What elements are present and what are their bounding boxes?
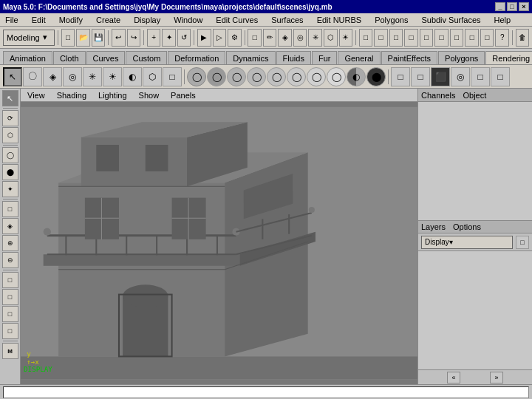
save-btn[interactable]: 💾 xyxy=(92,29,106,47)
viewport-menu-show[interactable]: Show xyxy=(137,90,162,100)
tool-extra-4[interactable]: □ xyxy=(2,323,18,339)
wireframe-sphere-icon[interactable]: ◯ xyxy=(187,67,206,86)
menu-help[interactable]: Help xyxy=(492,15,514,25)
shade-tex3-icon[interactable]: ◯ xyxy=(307,67,326,86)
menu-subdiv-surfaces[interactable]: Subdiv Surfaces xyxy=(419,15,482,25)
frame-icon[interactable]: □ xyxy=(391,67,410,86)
tab-general[interactable]: General xyxy=(338,51,380,64)
extrude-btn[interactable]: □ xyxy=(2,201,18,217)
menu-surfaces[interactable]: Surfaces xyxy=(269,15,305,25)
menu-edit[interactable]: Edit xyxy=(30,15,48,25)
shade-tex-icon[interactable]: ◯ xyxy=(267,67,286,86)
menu-window[interactable]: Window xyxy=(171,15,205,25)
object-tab[interactable]: Object xyxy=(463,91,486,100)
maximize-button[interactable]: □ xyxy=(507,2,517,11)
tool-btn-11[interactable]: □ xyxy=(434,29,449,47)
tab-rendering[interactable]: Rendering xyxy=(485,51,532,64)
tool-btn-9[interactable]: □ xyxy=(404,29,418,47)
shade-tex4-icon[interactable]: ◯ xyxy=(327,67,346,86)
film-icon[interactable]: □ xyxy=(411,67,430,86)
status-input[interactable] xyxy=(3,386,529,398)
minimize-button[interactable]: _ xyxy=(495,2,505,11)
menu-create[interactable]: Create xyxy=(94,15,123,25)
tool-btn-3[interactable]: ✳ xyxy=(308,29,322,47)
tool-btn-13[interactable]: □ xyxy=(465,29,479,47)
snap-grid-btn[interactable]: + xyxy=(147,29,161,47)
maya-logo-btn[interactable]: M xyxy=(2,343,18,359)
layers-tab[interactable]: Layers xyxy=(421,222,446,231)
snap-curve-btn[interactable]: ✦ xyxy=(162,29,176,47)
menu-modify[interactable]: Modify xyxy=(57,15,85,25)
tool-btn-14[interactable]: □ xyxy=(480,29,494,47)
paint-btn[interactable]: ✏ xyxy=(263,29,277,47)
right-nav-prev[interactable]: « xyxy=(447,372,460,383)
redo-btn[interactable]: ↪ xyxy=(127,29,141,47)
tab-cloth[interactable]: Cloth xyxy=(53,51,86,64)
rotate-icon[interactable]: ◐ xyxy=(123,67,142,86)
tab-custom[interactable]: Custom xyxy=(126,51,167,64)
close-button[interactable]: × xyxy=(519,2,529,11)
tool-extra-2[interactable]: □ xyxy=(2,289,18,305)
paint-select-btn[interactable]: ⬡ xyxy=(2,127,18,143)
mode-dropdown[interactable]: Modeling ▾ xyxy=(3,30,55,46)
right-trash-btn[interactable]: 🗑 xyxy=(516,29,530,47)
paint-select-icon[interactable]: ◈ xyxy=(43,67,62,86)
tool-extra-1[interactable]: □ xyxy=(2,272,18,288)
menu-edit-nurbs[interactable]: Edit NURBS xyxy=(315,15,364,25)
viewport-menu-lighting[interactable]: Lighting xyxy=(96,90,129,100)
shade-wire-icon[interactable]: ◯ xyxy=(247,67,266,86)
tool-btn-5[interactable]: ☀ xyxy=(339,29,353,47)
black-sq-icon[interactable]: ⬛ xyxy=(431,67,450,86)
tab-fur[interactable]: Fur xyxy=(312,51,338,64)
menu-file[interactable]: File xyxy=(3,15,21,25)
smooth-shade-icon[interactable]: ◯ xyxy=(207,67,226,86)
tool-btn-1[interactable]: ◈ xyxy=(278,29,292,47)
tool-btn-2[interactable]: ◎ xyxy=(293,29,307,47)
snap-point-btn[interactable]: ↺ xyxy=(177,29,191,47)
viewport-menu-view[interactable]: View xyxy=(25,90,47,100)
tab-fluids[interactable]: Fluids xyxy=(276,51,311,64)
move-tool-btn[interactable]: ◯ xyxy=(2,147,18,163)
tool-btn-12[interactable]: □ xyxy=(450,29,464,47)
undo-btn[interactable]: ↩ xyxy=(112,29,126,47)
extra-icon[interactable]: □ xyxy=(491,67,510,86)
right-nav-next[interactable]: » xyxy=(490,372,503,383)
open-btn[interactable]: 📂 xyxy=(76,29,90,47)
custom-icon-1[interactable]: ◎ xyxy=(63,67,82,86)
menu-display[interactable]: Display xyxy=(132,15,163,25)
lasso-tool-icon[interactable]: 〇 xyxy=(23,67,42,86)
tab-dynamics[interactable]: Dynamics xyxy=(226,51,275,64)
select-tool-icon[interactable]: ↖ xyxy=(3,67,22,86)
tool-btn-6[interactable]: □ xyxy=(359,29,373,47)
viewport-menu-panels[interactable]: Panels xyxy=(168,90,198,100)
new-file-btn[interactable]: □ xyxy=(61,29,75,47)
tool-btn-7[interactable]: □ xyxy=(374,29,388,47)
tool-extra-3[interactable]: □ xyxy=(2,306,18,322)
tab-polygons[interactable]: Polygons xyxy=(438,51,485,64)
show-manip-icon[interactable]: □ xyxy=(163,67,182,86)
tab-painteffects[interactable]: PaintEffects xyxy=(381,51,438,64)
select-tool-btn[interactable]: ↖ xyxy=(2,90,18,106)
viewport-menu-shading[interactable]: Shading xyxy=(55,90,89,100)
channels-tab[interactable]: Channels xyxy=(421,91,455,100)
help-btn[interactable]: ? xyxy=(495,29,509,47)
sculpt-btn[interactable]: ⊖ xyxy=(2,252,18,268)
render-btn[interactable]: ▶ xyxy=(197,29,211,47)
tab-deformation[interactable]: Deformation xyxy=(168,51,225,64)
options-tab[interactable]: Options xyxy=(453,222,481,231)
select-mode-btn[interactable]: □ xyxy=(248,29,262,47)
lasso-tool-btn[interactable]: ⟳ xyxy=(2,110,18,126)
scale-tool-btn[interactable]: ✦ xyxy=(2,181,18,197)
rotate-tool-btn[interactable]: ⬤ xyxy=(2,164,18,180)
flat-shade-icon[interactable]: ◯ xyxy=(227,67,246,86)
tab-animation[interactable]: Animation xyxy=(3,51,52,64)
bevel-btn[interactable]: ◈ xyxy=(2,218,18,234)
menu-polygons[interactable]: Polygons xyxy=(372,15,410,25)
bridge-btn[interactable]: ⊕ xyxy=(2,235,18,251)
tab-curves[interactable]: Curves xyxy=(86,51,126,64)
layers-display-dropdown[interactable]: Display ▾ xyxy=(421,236,513,249)
half-sphere-icon[interactable]: ◐ xyxy=(347,67,366,86)
ipr-btn[interactable]: ▷ xyxy=(213,29,227,47)
tool-btn-4[interactable]: ⬡ xyxy=(324,29,338,47)
custom-icon-2[interactable]: ✳ xyxy=(83,67,102,86)
